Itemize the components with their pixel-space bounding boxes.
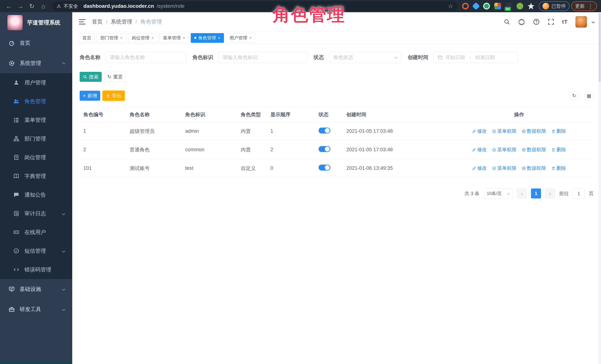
forward-icon[interactable]: → xyxy=(16,1,25,11)
sidebar-item-home[interactable]: 首页 xyxy=(0,33,72,53)
delete-link[interactable]: 删除 xyxy=(551,147,566,153)
close-icon[interactable]: × xyxy=(151,35,154,40)
extension-pin-icon[interactable] xyxy=(528,3,534,10)
edit-link[interactable]: 修改 xyxy=(472,165,487,171)
close-icon[interactable]: × xyxy=(249,35,252,40)
delete-link[interactable]: 删除 xyxy=(551,128,566,134)
user-avatar[interactable] xyxy=(575,16,587,28)
data-permission-link[interactable]: 数据权限 xyxy=(522,165,546,171)
sidebar-item-infrastructure[interactable]: 基础设施 xyxy=(0,279,72,299)
goto-page-input[interactable] xyxy=(573,188,585,199)
sidebar-collapse-icon[interactable] xyxy=(79,19,86,24)
app-logo-row[interactable]: 芋道管理系统 xyxy=(0,12,72,33)
sidebar-item-dev-tools[interactable]: 研发工具 xyxy=(0,299,72,319)
edit-link[interactable]: 修改 xyxy=(472,147,487,153)
sidebar-item-users[interactable]: 用户管理 xyxy=(0,73,72,92)
role-key-label: 角色标识 xyxy=(192,54,213,61)
tab-departments[interactable]: 部门管理 × xyxy=(97,33,126,43)
sidebar-item-error-codes[interactable]: 错误码管理 xyxy=(0,260,72,279)
page-scrollbar[interactable] xyxy=(598,12,601,364)
sidebar-item-online-users[interactable]: 在线用户 xyxy=(0,223,72,242)
start-date-placeholder[interactable]: 开始日期 xyxy=(446,54,465,61)
breadcrumb-home[interactable]: 首页 xyxy=(92,18,103,26)
extension-blue-gem-icon[interactable] xyxy=(472,2,480,10)
tab-roles-active[interactable]: 角色管理 × xyxy=(191,33,224,43)
close-icon[interactable]: × xyxy=(183,35,185,40)
sidebar-item-dictionary[interactable]: 字典管理 xyxy=(0,167,72,186)
sidebar-item-notices[interactable]: 通知公告 xyxy=(0,186,72,204)
github-icon[interactable] xyxy=(518,18,525,25)
tab-posts[interactable]: 岗位管理 × xyxy=(128,33,157,43)
cell-sort: 0 xyxy=(267,159,315,177)
sidebar-item-posts[interactable]: 岗位管理 xyxy=(0,148,72,167)
breadcrumb-system[interactable]: 系统管理 xyxy=(111,18,132,26)
end-date-placeholder[interactable]: 结束日期 xyxy=(475,54,495,61)
menu-permission-link[interactable]: 菜单权限 xyxy=(492,165,517,171)
close-icon[interactable]: × xyxy=(120,35,123,40)
status-select[interactable]: 角色状态 xyxy=(329,52,401,63)
sidebar-item-menus[interactable]: 菜单管理 xyxy=(0,111,72,129)
status-select-placeholder: 角色状态 xyxy=(333,54,353,61)
role-name-input[interactable] xyxy=(106,52,186,63)
extension-sprout-icon[interactable] xyxy=(517,3,523,10)
reload-icon[interactable]: ↻ xyxy=(27,1,37,11)
refresh-table-button[interactable]: ↻ xyxy=(570,91,579,100)
bookmark-star-icon[interactable]: ☆ xyxy=(448,3,453,10)
data-permission-link[interactable]: 数据权限 xyxy=(522,147,546,153)
browser-menu-kebab-icon[interactable]: ⋮ xyxy=(588,3,593,10)
extension-color-grid-icon[interactable] xyxy=(494,3,501,10)
back-icon[interactable]: ← xyxy=(4,1,14,11)
sidebar-item-label: 系统管理 xyxy=(20,60,41,67)
help-icon[interactable] xyxy=(533,18,540,25)
extension-green-shield-icon[interactable] xyxy=(483,3,490,10)
close-icon[interactable]: × xyxy=(218,35,220,40)
data-permission-link[interactable]: 数据权限 xyxy=(522,128,546,134)
tab-menus[interactable]: 菜单管理 × xyxy=(160,33,189,43)
search-icon[interactable] xyxy=(504,19,510,25)
page-1-button[interactable]: 1 xyxy=(531,188,541,198)
extension-onetab-icon[interactable]: on xyxy=(505,3,512,10)
tab-home[interactable]: 首页 xyxy=(79,33,95,43)
col-role-type: 角色类型 xyxy=(237,107,267,122)
sidebar-item-departments[interactable]: 部门管理 xyxy=(0,129,72,148)
delete-link[interactable]: 删除 xyxy=(551,165,566,171)
reset-button[interactable]: ↻ 重置 xyxy=(104,72,126,82)
status-toggle-on[interactable] xyxy=(319,146,331,152)
next-page-button[interactable]: › xyxy=(545,188,555,198)
sidebar-item-system[interactable]: 系统管理 xyxy=(0,53,72,73)
prev-page-button[interactable]: ‹ xyxy=(517,188,527,198)
profile-paused-pill[interactable]: 已暂停 xyxy=(539,1,570,11)
audit-doc-icon xyxy=(13,210,20,217)
sidebar-item-audit-log[interactable]: 审计日志 xyxy=(0,204,72,223)
menu-permission-link[interactable]: 菜单权限 xyxy=(492,147,517,153)
column-settings-button[interactable]: ▦ xyxy=(584,91,594,100)
home-icon[interactable]: ⌂ xyxy=(39,1,48,11)
avatar-caret-down-icon[interactable] xyxy=(592,20,595,23)
sidebar-item-roles[interactable]: 角色管理 xyxy=(0,92,72,111)
edit-link[interactable]: 修改 xyxy=(472,128,487,134)
date-range-picker[interactable]: 开始日期 - 结束日期 xyxy=(434,52,518,63)
extension-orange-ring-icon[interactable] xyxy=(462,3,469,10)
add-button[interactable]: + 新增 xyxy=(80,91,100,101)
search-button[interactable]: 搜索 xyxy=(80,72,102,82)
sidebar-item-sms[interactable]: 短信管理 xyxy=(0,242,72,260)
scrollbar-thumb[interactable] xyxy=(599,13,601,82)
page-size-select[interactable]: 10条/页 xyxy=(484,188,513,199)
fullscreen-icon[interactable] xyxy=(548,19,554,25)
cell-role-key: test xyxy=(181,159,237,177)
page-header: 首页 / 系统管理 / 角色管理 tT xyxy=(72,12,601,31)
cell-role-id: 1 xyxy=(80,122,126,140)
role-key-input[interactable] xyxy=(218,52,307,63)
status-toggle-on[interactable] xyxy=(319,128,331,134)
export-button[interactable]: 导出 xyxy=(103,91,125,101)
menu-permission-link[interactable]: 菜单权限 xyxy=(492,128,517,134)
security-warning-icon[interactable]: ⚠ xyxy=(57,3,61,9)
status-toggle-on[interactable] xyxy=(319,165,331,170)
sidebar-item-label: 基础设施 xyxy=(20,285,41,293)
browser-update-button[interactable]: 更新 ⋮ xyxy=(571,1,597,11)
address-bar[interactable]: ⚠ 不安全 dashboard.yudao.iocoder.cn /system… xyxy=(52,1,458,11)
main-panel: 首页 / 系统管理 / 角色管理 tT xyxy=(72,12,601,364)
tab-users[interactable]: 用户管理 × xyxy=(226,33,255,43)
font-size-icon[interactable]: tT xyxy=(562,19,568,25)
sidebar-item-label: 岗位管理 xyxy=(24,154,46,161)
